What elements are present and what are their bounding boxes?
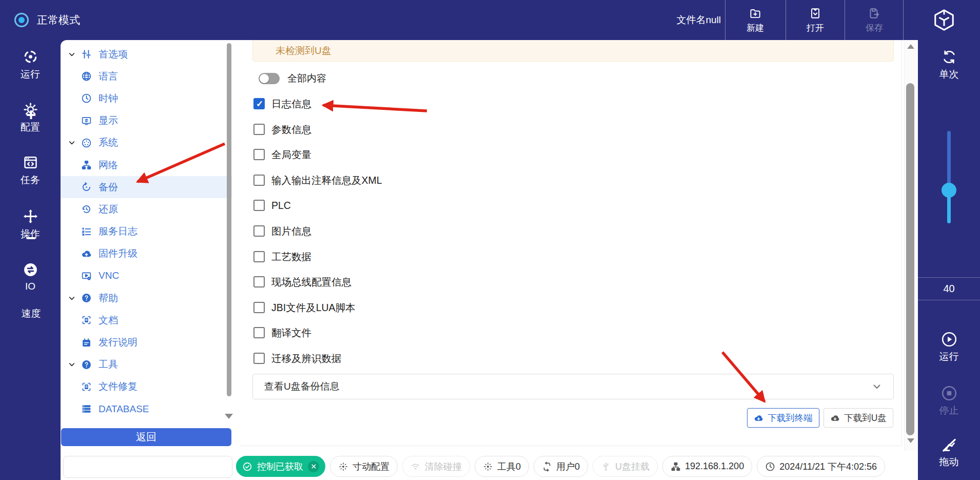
scroll-down-icon[interactable] [907, 438, 914, 443]
menu-item-tools[interactable]: 工具 [61, 354, 232, 376]
checkbox-label[interactable]: 全局变量 [271, 149, 311, 160]
sidebar-item-label: 运行 [21, 68, 40, 81]
back-button[interactable]: 返回 [61, 428, 231, 446]
sidebar-item-task[interactable]: 任务 [0, 155, 61, 187]
control-acquired-label: 控制已获取 [257, 460, 303, 473]
speed-slider-track[interactable] [947, 131, 951, 190]
speed-minus-button[interactable]: − [0, 229, 62, 246]
control-acquired-badge[interactable]: 控制已获取 [236, 456, 325, 477]
display-icon [81, 116, 96, 126]
checkbox-label[interactable]: 日志信息 [271, 98, 311, 109]
save-button[interactable]: 保存 [846, 4, 903, 36]
user-pill[interactable]: 用户0 [534, 456, 588, 477]
chevron-down-icon[interactable] [68, 50, 81, 59]
menu-item-database[interactable]: DATABASE [61, 398, 232, 420]
menu-item-backup[interactable]: 备份 [61, 176, 232, 198]
rotate-square-icon [542, 462, 552, 472]
clear-collision-label: 清除碰撞 [425, 460, 462, 473]
run-button[interactable]: 运行 [918, 331, 980, 363]
history-icon [81, 204, 96, 215]
menu-item-firmware-upgrade[interactable]: 固件升级 [61, 243, 232, 265]
menu-item-release-notes[interactable]: 发行说明 [61, 331, 232, 353]
menu-item-label: 网络 [99, 159, 118, 172]
menu-item-restore[interactable]: 还原 [61, 198, 232, 220]
checkbox-label[interactable]: JBI文件及LUA脚本 [271, 302, 356, 313]
checkbox-parameter-info[interactable] [253, 124, 265, 135]
content-scrollbar-thumb[interactable] [906, 83, 914, 435]
clear-collision-pill[interactable]: 清除碰撞 [402, 456, 470, 477]
speed-slider-handle[interactable] [942, 183, 956, 198]
open-file-icon [809, 7, 822, 20]
datetime-pill[interactable]: 2024/11/21 下午4:02:56 [757, 456, 885, 477]
checkbox-translation-files[interactable] [253, 327, 265, 338]
sidebar-item-label: IO [25, 281, 35, 292]
menu-item-preferences[interactable]: 首选项 [61, 43, 232, 65]
checkbox-log-info[interactable] [253, 98, 265, 109]
menu-item-system[interactable]: 系统 [61, 132, 232, 154]
menu-item-service-log[interactable]: 服务日志 [61, 221, 232, 243]
open-button[interactable]: 打开 [787, 4, 844, 36]
checkbox-fieldbus-config[interactable] [253, 276, 265, 287]
menu-scroll-down-icon[interactable] [225, 414, 233, 419]
system-dial-icon [81, 138, 96, 148]
tool-pill[interactable]: 工具0 [475, 456, 529, 477]
menu-item-file-repair[interactable]: 文件修复 [61, 376, 232, 398]
release-control-button[interactable] [308, 461, 319, 472]
checkbox-image-info[interactable] [253, 225, 265, 237]
sidebar-item-io[interactable]: IO [0, 262, 61, 292]
topbar-divider [786, 0, 786, 40]
status-message-box [63, 456, 232, 478]
menu-item-clock[interactable]: 时钟 [61, 87, 232, 109]
stop-button[interactable]: 停止 [918, 385, 980, 417]
menu-item-language[interactable]: 语言 [61, 65, 232, 87]
drag-mode-label: 拖动 [939, 455, 959, 469]
checkbox-label[interactable]: 参数信息 [271, 124, 311, 135]
cycle-mode-button[interactable]: 单次 [918, 49, 980, 81]
menu-item-docs[interactable]: 文档 [61, 309, 232, 331]
chevron-down-icon[interactable] [68, 360, 81, 369]
database-icon [81, 404, 96, 414]
menu-item-vnc[interactable]: VNC [61, 265, 232, 287]
checkbox-label[interactable]: 图片信息 [271, 225, 311, 237]
usb-mount-label: U盘挂载 [615, 460, 650, 473]
run-target-icon [23, 49, 38, 65]
menu-item-display[interactable]: 显示 [61, 110, 232, 132]
ip-address-pill[interactable]: 192.168.1.200 [662, 456, 752, 477]
chevron-down-icon[interactable] [68, 294, 81, 302]
speed-plus-button[interactable]: + [0, 106, 62, 123]
menu-scrollbar-thumb[interactable] [227, 43, 231, 396]
checkbox-io-comments-xml[interactable] [253, 175, 265, 186]
checkbox-label[interactable]: 迁移及辨识数据 [271, 353, 342, 364]
run-button-label: 运行 [939, 350, 959, 363]
checkbox-label[interactable]: 翻译文件 [271, 327, 311, 338]
all-content-toggle[interactable] [259, 73, 280, 84]
network-icon [671, 462, 681, 472]
checkbox-label[interactable]: 工艺数据 [271, 251, 311, 262]
checkbox-global-variables[interactable] [253, 149, 265, 160]
menu-item-label: 文档 [99, 314, 118, 327]
jog-config-pill[interactable]: 寸动配置 [330, 456, 398, 477]
chevron-down-icon[interactable] [68, 139, 81, 147]
app-window: 正常模式 文件名null 新建 打开 保存 运行 配置 [0, 0, 980, 480]
sidebar-item-run[interactable]: 运行 [0, 49, 61, 81]
checkbox-migration-data[interactable] [253, 353, 265, 364]
tool-label: 工具0 [497, 460, 521, 473]
checkbox-label[interactable]: 输入输出注释信息及XML [271, 175, 382, 186]
usb-backup-info-dropdown[interactable]: 查看U盘备份信息 [252, 374, 894, 399]
scroll-up-icon[interactable] [907, 44, 914, 49]
clock-icon [81, 93, 96, 104]
checkbox-process-data[interactable] [253, 251, 265, 262]
checkbox-jbi-lua[interactable] [253, 302, 265, 313]
play-circle-icon [941, 331, 957, 348]
menu-item-label: 显示 [99, 114, 118, 127]
new-button[interactable]: 新建 [727, 4, 783, 36]
drag-mode-button[interactable]: 拖动 [918, 436, 980, 469]
checkbox-label[interactable]: 现场总线配置信息 [271, 276, 351, 287]
checkbox-label[interactable]: PLC [271, 200, 291, 211]
menu-item-help[interactable]: 帮助 [61, 287, 232, 309]
checkbox-plc[interactable] [253, 200, 265, 211]
download-to-usb-button[interactable]: 下载到U盘 [824, 408, 893, 428]
download-to-terminal-button[interactable]: 下载到终端 [747, 408, 819, 428]
menu-item-network[interactable]: 网络 [61, 154, 232, 176]
usb-mount-pill[interactable]: U盘挂载 [593, 456, 658, 477]
